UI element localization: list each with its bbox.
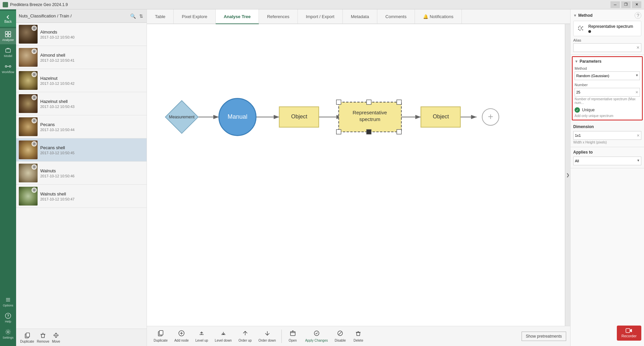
minimize-button[interactable]: ─ bbox=[610, 1, 620, 8]
applies-to-select[interactable]: All Selected None bbox=[573, 157, 641, 165]
list-item-almond-shell[interactable]: Almond shell 2017-10-12 10:50:41 bbox=[16, 46, 147, 69]
delete-toolbar-label: Delete bbox=[354, 339, 363, 342]
tab-comments[interactable]: Comments bbox=[377, 9, 415, 23]
analyzer-icon bbox=[5, 31, 11, 38]
method-help-button[interactable]: ? bbox=[635, 12, 641, 19]
number-clear-icon[interactable]: ✕ bbox=[634, 90, 640, 95]
node-object-2[interactable]: Object bbox=[421, 107, 461, 127]
recorder-icon bbox=[626, 328, 632, 333]
sidebar-item-help[interactable]: Help bbox=[0, 310, 16, 326]
back-button[interactable]: Back bbox=[0, 11, 16, 27]
param-number-input[interactable] bbox=[575, 90, 634, 94]
header-actions: 🔍 ⇅ bbox=[129, 13, 144, 19]
panel-collapse-button[interactable]: ❯ bbox=[565, 24, 570, 326]
list-item-info-walnuts-shell: Walnuts shell 2017-10-12 10:50:47 bbox=[40, 191, 144, 201]
close-button[interactable]: ✕ bbox=[632, 1, 641, 8]
move-list-button[interactable]: Move bbox=[52, 332, 60, 343]
unique-checkbox[interactable]: ✓ bbox=[575, 107, 580, 113]
level-down-toolbar-button[interactable]: Level down bbox=[212, 329, 234, 344]
method-name: Representative spectrum bbox=[588, 24, 633, 29]
recorder-button[interactable]: Recorder bbox=[617, 326, 641, 341]
delete-toolbar-button[interactable]: Delete bbox=[350, 329, 367, 344]
tab-label-metadata: Metadata bbox=[351, 14, 369, 19]
list-item-thumb-walnuts bbox=[19, 164, 38, 182]
svg-point-63 bbox=[578, 29, 579, 30]
tab-references[interactable]: References bbox=[259, 9, 298, 23]
list-item-pecans-shell[interactable]: Pecans shell 2017-10-12 10:50:45 bbox=[16, 138, 147, 162]
apply-changes-toolbar-button[interactable]: Apply Changes bbox=[303, 329, 331, 344]
restore-button[interactable]: ❐ bbox=[621, 1, 631, 8]
list-item-walnuts-shell[interactable]: Walnuts shell 2017-10-12 10:50:47 bbox=[16, 185, 147, 208]
open-icon bbox=[289, 330, 296, 338]
svg-point-13 bbox=[34, 51, 35, 52]
node-measurement[interactable]: Measurement bbox=[165, 101, 198, 133]
disable-toolbar-button[interactable]: Disable bbox=[332, 329, 348, 344]
duplicate-toolbar-button[interactable]: Duplicate bbox=[151, 329, 170, 344]
order-up-toolbar-label: Order up bbox=[238, 339, 252, 342]
add-node-toolbar-button[interactable]: Add node bbox=[172, 329, 192, 344]
order-down-toolbar-button[interactable]: Order down bbox=[256, 329, 278, 344]
sidebar-item-workflow[interactable]: Workflow bbox=[0, 60, 16, 76]
sidebar-bottom: Options Help Settings bbox=[0, 294, 16, 345]
sidebar-item-settings[interactable]: Settings bbox=[0, 326, 16, 342]
svg-rect-54 bbox=[159, 331, 163, 335]
show-pretreatments-button[interactable]: Show pretreatments bbox=[522, 332, 566, 341]
tab-notifications[interactable]: 🔔Notifications bbox=[415, 9, 462, 23]
sort-button[interactable]: ⇅ bbox=[139, 13, 144, 19]
remove-list-button[interactable]: Remove bbox=[37, 332, 49, 343]
list-item-date-almonds: 2017-10-12 10:50:40 bbox=[40, 35, 144, 39]
alias-input[interactable] bbox=[575, 46, 634, 50]
list-item-info-pecans-shell: Pecans shell 2017-10-12 10:50:45 bbox=[40, 145, 144, 155]
duplicate-list-button[interactable]: Duplicate bbox=[20, 332, 34, 343]
applies-to-title: Applies to bbox=[573, 150, 593, 155]
list-item-almonds[interactable]: Almonds 2017-10-12 10:50:40 bbox=[16, 23, 147, 46]
tab-metadata[interactable]: Metadata bbox=[343, 9, 377, 23]
svg-rect-67 bbox=[626, 329, 630, 333]
sidebar-item-analyzer[interactable]: Analyzer bbox=[0, 28, 16, 44]
tab-table[interactable]: Table bbox=[147, 9, 174, 23]
unique-checkbox-row: ✓ Unique bbox=[575, 107, 640, 113]
param-method-select[interactable]: Random (Gaussian) Uniform K-means Manual bbox=[575, 71, 640, 80]
method-chevron: ▼ bbox=[573, 13, 577, 17]
parameters-section-title: ▼ Parameters bbox=[575, 59, 640, 64]
search-button[interactable]: 🔍 bbox=[129, 13, 137, 19]
list-item-thumb-pecans bbox=[19, 117, 38, 136]
level-up-toolbar-button[interactable]: Level up bbox=[193, 329, 211, 344]
list-item-pecans[interactable]: Pecans 2017-10-12 10:50:44 bbox=[16, 115, 147, 138]
list-item-name-walnuts-shell: Walnuts shell bbox=[40, 191, 144, 196]
node-object-1[interactable]: Object bbox=[279, 107, 319, 127]
list-item-hazelnut[interactable]: Hazelnut 2017-10-12 10:50:42 bbox=[16, 69, 147, 92]
sidebar-item-options[interactable]: Options bbox=[0, 294, 16, 310]
tab-analyse-tree[interactable]: Analyse Tree bbox=[216, 9, 259, 24]
tab-import-export[interactable]: Import / Export bbox=[298, 9, 343, 23]
list-item-name-pecans: Pecans bbox=[40, 122, 144, 127]
dimension-input-row: 1x1 ✕ bbox=[573, 131, 641, 140]
list-item-walnuts[interactable]: Walnuts 2017-10-12 10:50:46 bbox=[16, 162, 147, 185]
app-icon bbox=[3, 2, 8, 7]
sidebar-item-model[interactable]: Model bbox=[0, 44, 16, 60]
parameters-section: ▼ Parameters Method Random (Gaussian) Un… bbox=[572, 56, 643, 120]
svg-point-60 bbox=[580, 26, 581, 27]
tab-label-analyse-tree: Analyse Tree bbox=[224, 14, 251, 19]
thumb-badge-walnuts bbox=[32, 164, 37, 170]
representative-spectrum-icon bbox=[576, 24, 586, 33]
method-section: ▼ Method ? bbox=[571, 9, 644, 55]
open-toolbar-button[interactable]: Open bbox=[284, 329, 301, 344]
add-node-button[interactable]: + bbox=[482, 109, 499, 125]
svg-point-6 bbox=[9, 66, 11, 67]
left-panel: Nuts_Classification / Train / 🔍 ⇅ Almond… bbox=[16, 9, 147, 346]
method-section-header: ▼ Method ? bbox=[573, 12, 641, 19]
svg-rect-3 bbox=[8, 35, 11, 37]
tab-label-comments: Comments bbox=[385, 14, 407, 19]
node-representative-spectrum[interactable]: Representative spectrum bbox=[336, 100, 401, 134]
svg-rect-0 bbox=[5, 32, 8, 34]
dimension-clear-icon[interactable]: ✕ bbox=[637, 133, 640, 138]
order-up-toolbar-button[interactable]: Order up bbox=[236, 329, 254, 344]
node-manual[interactable]: Manual bbox=[219, 99, 256, 136]
list-item-hazelnut-shell[interactable]: Hazelnut shell 2017-10-12 10:50:43 bbox=[16, 92, 147, 115]
tab-pixel-explore[interactable]: Pixel Explore bbox=[174, 9, 216, 23]
alias-clear-icon[interactable]: ✕ bbox=[636, 45, 640, 50]
level-up-toolbar-label: Level up bbox=[196, 339, 208, 342]
method-card[interactable]: Representative spectrum bbox=[573, 21, 641, 36]
unique-label: Unique bbox=[582, 108, 595, 112]
